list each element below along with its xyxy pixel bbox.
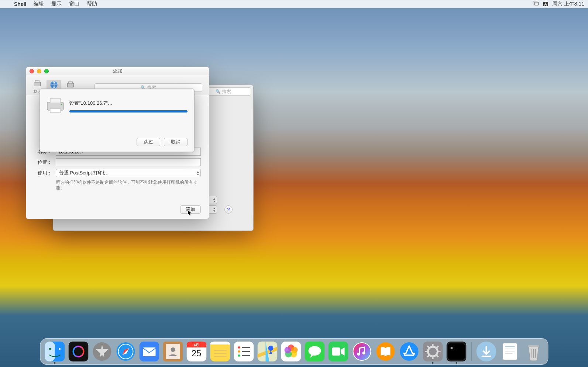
progress-fill [69,110,188,112]
svg-point-59 [400,342,418,361]
menu-edit[interactable]: 编辑 [30,1,48,7]
dock-safari[interactable] [116,342,135,361]
dock-trash[interactable] [523,342,543,361]
driver-warning: 所选的打印机软件不是制造商的软件，可能不能让您使用打印机的所有功能。 [56,180,201,191]
svg-rect-9 [50,109,61,112]
dock-ibooks[interactable] [375,342,395,361]
dock-messages[interactable] [305,342,324,361]
svg-rect-12 [45,342,55,361]
dock-finder[interactable] [45,342,65,361]
svg-point-36 [238,346,240,349]
svg-point-37 [238,350,240,353]
menu-window[interactable]: 窗口 [65,1,83,7]
dock-document[interactable] [500,342,520,361]
menubar: Shell 编辑 显示 窗口 帮助 A 周六 上午8:11 [0,0,588,8]
svg-rect-80 [528,345,539,347]
svg-point-56 [357,353,360,356]
menubar-clock[interactable]: 周六 上午8:11 [552,1,584,7]
progress-bar [69,110,188,112]
app-menu[interactable]: Shell [10,1,30,7]
svg-point-43 [268,346,273,351]
svg-point-10 [61,104,62,105]
dock-contacts[interactable] [163,342,183,361]
dock-siri[interactable] [68,342,88,361]
dock-reminders[interactable] [234,342,254,361]
printer-form: 名称： 位置： 使用： 普通 PostScript 打印机 ▴▾ 所选的打印机软… [34,148,201,191]
dock-facetime[interactable] [328,342,348,361]
svg-rect-75 [503,343,517,360]
dock-downloads[interactable] [476,342,496,361]
svg-rect-1 [534,2,539,5]
svg-point-14 [59,348,61,350]
dock-launchpad[interactable] [92,342,112,361]
dock-itunes[interactable] [352,342,372,361]
svg-rect-31 [210,345,230,346]
svg-point-55 [353,343,370,360]
location-input[interactable] [56,158,201,166]
svg-point-13 [49,348,51,350]
svg-rect-22 [143,347,155,356]
use-label: 使用： [34,170,52,176]
progress-message: 设置"10.100.26.7"… [69,100,113,107]
use-value: 普通 PostScript 打印机 [59,170,107,176]
svg-text:>_: >_ [450,345,456,351]
chevron-updown-icon: ▴▾ [197,170,199,176]
help-button[interactable]: ? [224,205,233,214]
titlebar: 添加 [26,67,209,75]
add-button[interactable]: 添加 [180,205,201,214]
svg-rect-5 [67,83,73,87]
menu-view[interactable]: 显示 [48,1,65,7]
pref-search-placeholder: 搜索 [222,89,231,95]
dock-calendar[interactable]: 4月25 [186,342,206,361]
minimize-button[interactable] [37,69,41,73]
dock-preferences[interactable] [423,342,443,361]
svg-point-57 [362,352,365,354]
svg-rect-8 [50,98,61,103]
svg-rect-2 [34,82,40,86]
cancel-button[interactable]: 取消 [164,138,188,146]
printer-icon [46,97,65,114]
svg-rect-3 [35,80,39,82]
svg-rect-53 [332,347,340,356]
chevron-updown-icon: ▴▾ [213,197,215,203]
svg-point-51 [308,346,321,356]
dock: 4月25>_ [40,338,548,365]
close-button[interactable] [30,69,34,73]
window-title: 添加 [26,67,209,75]
location-label: 位置： [34,159,52,166]
svg-point-25 [171,347,175,352]
chevron-updown-icon: ▴▾ [213,207,215,212]
progress-sheet: 设置"10.100.26.7"… 跳过 取消 [39,89,195,152]
dock-notes[interactable] [210,342,230,361]
dock-separator [471,342,471,361]
dock-mail[interactable] [139,342,159,361]
svg-rect-15 [68,342,88,361]
window-controls [30,69,49,73]
dock-terminal[interactable]: >_ [446,342,466,361]
search-icon: 🔍 [216,89,221,94]
svg-point-38 [238,354,240,357]
svg-point-49 [284,347,291,353]
dock-maps[interactable] [257,342,277,361]
menu-help[interactable]: 帮助 [83,1,101,7]
svg-rect-6 [68,82,72,83]
input-source-icon[interactable]: A [543,2,548,6]
skip-button[interactable]: 跳过 [137,138,160,146]
dock-photos[interactable] [281,342,301,361]
screen-share-icon[interactable] [533,1,539,7]
dock-appstore[interactable] [399,342,419,361]
zoom-button[interactable] [44,69,49,73]
use-select[interactable]: 普通 PostScript 打印机 ▴▾ [56,169,201,177]
